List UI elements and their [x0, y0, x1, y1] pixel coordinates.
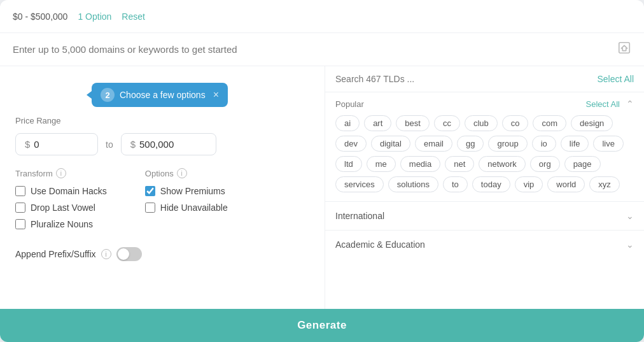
price-range-label: $0 - $500,000 [13, 11, 67, 22]
international-section[interactable]: International ⌄ [325, 201, 644, 230]
toggle-slider [116, 247, 142, 261]
tld-tag[interactable]: life [561, 136, 589, 152]
options-col: Options i Show Premiums Hide Unavailable [145, 168, 228, 236]
price-inputs: $ to $ [15, 133, 309, 155]
tld-tag[interactable]: group [488, 136, 527, 152]
price-from-wrap: $ [15, 133, 98, 155]
tld-tag[interactable]: digital [371, 136, 410, 152]
price-from-symbol: $ [25, 139, 30, 150]
academic-section[interactable]: Academic & Education ⌄ [325, 230, 644, 259]
use-domain-hacks-label: Use Domain Hacks [31, 186, 107, 196]
price-to-symbol: $ [130, 139, 136, 150]
svg-rect-0 [619, 43, 630, 53]
drop-last-vowel-label: Drop Last Vowel [31, 203, 95, 213]
academic-chevron-icon[interactable]: ⌄ [626, 239, 634, 250]
tld-tag[interactable]: network [479, 156, 526, 172]
domain-search-input[interactable] [13, 44, 617, 55]
popular-section: Popular Select All ⌃ aiartbestccclubcoco… [325, 92, 644, 201]
tld-tag[interactable]: vip [515, 176, 543, 192]
header-bar: $0 - $500,000 1 Option Reset [0, 0, 644, 33]
price-from-input[interactable] [34, 139, 85, 150]
popular-section-header: Popular Select All ⌃ [335, 99, 634, 109]
tld-tag[interactable]: com [533, 115, 566, 131]
tld-tag[interactable]: media [400, 156, 440, 172]
price-to-wrap: $ [121, 133, 216, 155]
pluralize-nouns-checkbox[interactable] [15, 219, 25, 229]
tooltip-label: Choose a few options [120, 90, 206, 100]
left-panel: 2 Choose a few options × Price Range $ t… [0, 66, 325, 309]
show-premiums-row[interactable]: Show Premiums [145, 186, 228, 196]
tld-tag[interactable]: world [547, 176, 585, 192]
tld-tag[interactable]: me [367, 156, 396, 172]
price-section: Price Range $ to $ [15, 116, 309, 155]
append-row: Append Prefix/Suffix i [15, 247, 309, 261]
drop-last-vowel-checkbox[interactable] [15, 203, 25, 213]
pluralize-nouns-label: Pluralize Nouns [31, 219, 93, 229]
use-domain-hacks-checkbox[interactable] [15, 186, 25, 196]
tld-tag[interactable]: gg [457, 136, 484, 152]
tld-tag[interactable]: org [530, 156, 560, 172]
tld-tag[interactable]: club [465, 115, 498, 131]
reset-button[interactable]: Reset [122, 11, 145, 22]
tld-search-bar: Select All [325, 66, 644, 92]
tld-tag[interactable]: best [396, 115, 430, 131]
tld-tag[interactable]: page [564, 156, 601, 172]
right-panel: Select All Popular Select All ⌃ aiartbes… [325, 66, 644, 309]
use-domain-hacks-row[interactable]: Use Domain Hacks [15, 186, 107, 196]
tld-scroll[interactable]: Popular Select All ⌃ aiartbestccclubcoco… [325, 92, 644, 309]
popular-section-title: Popular [335, 99, 364, 109]
transform-options-row: Transform i Use Domain Hacks Drop Last V… [15, 168, 309, 236]
tooltip-close-button[interactable]: × [213, 89, 219, 101]
show-premiums-checkbox[interactable] [145, 186, 155, 196]
academic-title: Academic & Education [335, 239, 425, 250]
popular-select-all[interactable]: Select All [586, 99, 620, 109]
tld-tag[interactable]: design [571, 115, 613, 131]
hide-unavailable-label: Hide Unavailable [160, 203, 228, 213]
generate-button[interactable]: Generate [0, 309, 644, 342]
content-area: 2 Choose a few options × Price Range $ t… [0, 66, 644, 309]
options-info-icon[interactable]: i [177, 168, 187, 178]
international-chevron-icon[interactable]: ⌄ [626, 211, 634, 221]
tld-tag[interactable]: live [593, 136, 624, 152]
price-to-label: to [106, 139, 113, 150]
show-premiums-label: Show Premiums [160, 186, 225, 196]
transform-info-icon[interactable]: i [56, 168, 66, 178]
tld-tag[interactable]: cc [434, 115, 460, 131]
tld-tag[interactable]: ai [335, 115, 360, 131]
tld-tag[interactable]: art [364, 115, 391, 131]
hide-unavailable-checkbox[interactable] [145, 203, 155, 213]
tld-tag[interactable]: today [472, 176, 510, 192]
tooltip-bubble: 2 Choose a few options × [92, 83, 228, 107]
transform-col: Transform i Use Domain Hacks Drop Last V… [15, 168, 107, 236]
popular-chevron-icon[interactable]: ⌃ [626, 99, 634, 109]
tld-tag[interactable]: solutions [388, 176, 438, 192]
drop-last-vowel-row[interactable]: Drop Last Vowel [15, 203, 107, 213]
hide-unavailable-row[interactable]: Hide Unavailable [145, 203, 228, 213]
tld-tag[interactable]: io [532, 136, 556, 152]
append-info-icon[interactable]: i [101, 249, 111, 259]
tld-tag[interactable]: ltd [335, 156, 362, 172]
options-title: Options i [145, 168, 228, 178]
international-title: International [335, 211, 384, 221]
popular-tld-tags: aiartbestccclubcocomdesigndevdigitalemai… [335, 115, 634, 192]
upload-icon[interactable] [617, 41, 631, 58]
tld-tag[interactable]: email [415, 136, 452, 152]
select-all-button[interactable]: Select All [597, 74, 634, 84]
tld-tag[interactable]: co [502, 115, 529, 131]
tld-tag[interactable]: dev [335, 136, 367, 152]
append-label: Append Prefix/Suffix [15, 249, 96, 259]
tooltip-number: 2 [101, 88, 115, 102]
pluralize-nouns-row[interactable]: Pluralize Nouns [15, 219, 107, 229]
main-container: $0 - $500,000 1 Option Reset 2 Choose a … [0, 0, 644, 342]
price-section-title: Price Range [15, 116, 309, 125]
tld-tag[interactable]: xyz [589, 176, 620, 192]
tld-tag[interactable]: net [445, 156, 474, 172]
option-badge: 1 Option [78, 11, 111, 22]
transform-title: Transform i [15, 168, 107, 178]
append-toggle[interactable] [116, 247, 142, 261]
tld-search-input[interactable] [335, 74, 592, 84]
tld-tag[interactable]: to [443, 176, 468, 192]
search-bar [0, 33, 644, 66]
price-to-input[interactable] [139, 139, 190, 150]
tld-tag[interactable]: services [335, 176, 384, 192]
